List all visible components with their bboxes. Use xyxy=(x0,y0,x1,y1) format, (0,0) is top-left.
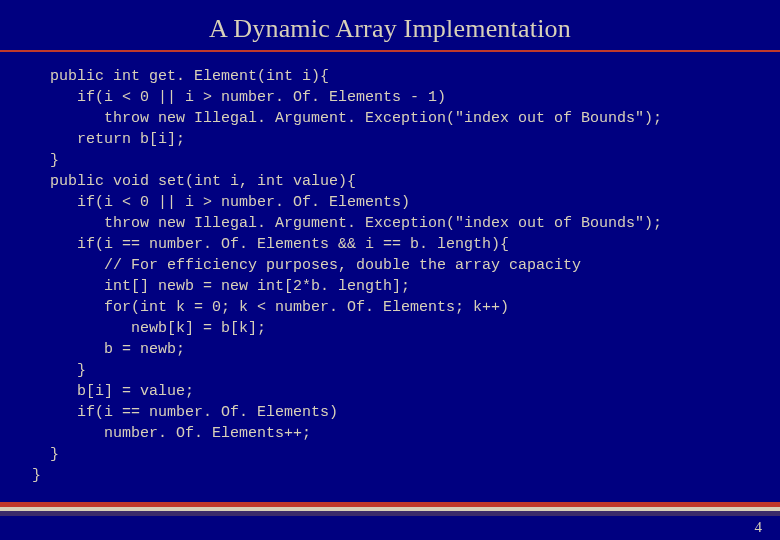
code-line: b = newb; xyxy=(32,341,185,358)
code-line: } xyxy=(32,467,41,484)
code-line: public void set(int i, int value){ xyxy=(32,173,356,190)
code-line: int[] newb = new int[2*b. length]; xyxy=(32,278,410,295)
code-block: public int get. Element(int i){ if(i < 0… xyxy=(0,52,780,486)
code-line: return b[i]; xyxy=(32,131,185,148)
code-line: } xyxy=(32,446,59,463)
code-line: for(int k = 0; k < number. Of. Elements;… xyxy=(32,299,509,316)
code-line: } xyxy=(32,152,59,169)
code-line: if(i < 0 || i > number. Of. Elements) xyxy=(32,194,410,211)
slide-title: A Dynamic Array Implementation xyxy=(0,0,780,46)
code-line: public int get. Element(int i){ xyxy=(32,68,329,85)
code-line: b[i] = value; xyxy=(32,383,194,400)
code-line: } xyxy=(32,362,86,379)
code-line: number. Of. Elements++; xyxy=(32,425,311,442)
code-line: if(i == number. Of. Elements && i == b. … xyxy=(32,236,509,253)
page-number: 4 xyxy=(755,519,763,536)
code-line-comment: // For efficiency purposes, double the a… xyxy=(32,257,581,274)
code-line: if(i == number. Of. Elements) xyxy=(32,404,338,421)
code-line: if(i < 0 || i > number. Of. Elements - 1… xyxy=(32,89,446,106)
code-line: throw new Illegal. Argument. Exception("… xyxy=(32,215,662,232)
code-line: newb[k] = b[k]; xyxy=(32,320,266,337)
footer-stripe xyxy=(0,502,780,516)
code-line: throw new Illegal. Argument. Exception("… xyxy=(32,110,662,127)
footer-stripe-purple xyxy=(0,511,780,516)
